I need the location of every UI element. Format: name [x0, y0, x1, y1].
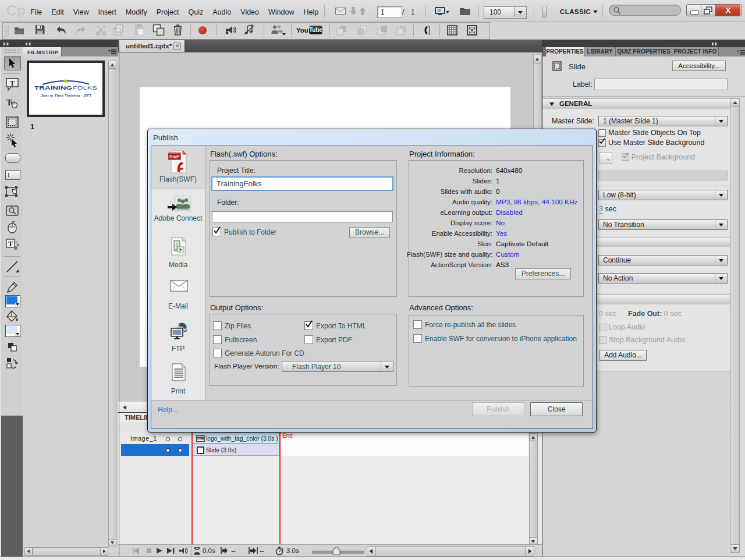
svg-text:SWF: SWF: [169, 154, 180, 160]
svg-text:FOLKS: FOLKS: [73, 84, 97, 91]
svg-text:TRAINING: TRAINING: [34, 84, 72, 91]
svg-text:Just in Time Training - JiTT: Just in Time Training - JiTT: [41, 94, 91, 97]
svg-text:T: T: [10, 79, 15, 87]
svg-text:T: T: [8, 240, 13, 248]
